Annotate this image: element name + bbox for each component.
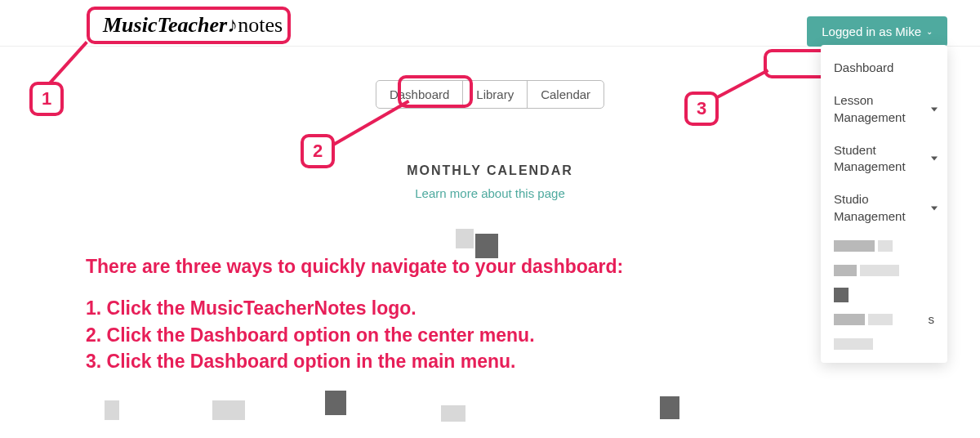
annotation-connector: [47, 41, 88, 86]
dropdown-item-label: Studio Management: [834, 192, 906, 222]
annotation-step-1: 1. Click the MusicTeacherNotes logo.: [86, 297, 623, 320]
dropdown-item-label: Student Management: [834, 143, 906, 173]
caret-down-icon: [931, 107, 938, 111]
tab-calendar[interactable]: Calendar: [528, 81, 604, 108]
dropdown-trailing-text: s: [929, 312, 935, 326]
logo-main-text: MusicTeacher: [103, 13, 227, 37]
tab-library[interactable]: Library: [463, 81, 528, 108]
dropdown-item-lesson-management[interactable]: Lesson Management: [821, 84, 947, 134]
login-menu-button[interactable]: Logged in as Mike ⌄: [807, 16, 947, 47]
caret-down-icon: [931, 157, 938, 161]
annotation-step-3: 3. Click the Dashboard option in the mai…: [86, 350, 623, 373]
dropdown-item-dashboard[interactable]: Dashboard: [821, 51, 947, 84]
annotation-text-block: There are three ways to quickly navigate…: [86, 255, 623, 377]
calendar-bg-block: [456, 229, 474, 248]
login-label: Logged in as Mike: [822, 25, 921, 38]
annotation-step-2: 2. Click the Dashboard option on the cen…: [86, 324, 623, 347]
annotation-number-3: 3: [684, 92, 719, 126]
calendar-bg-block: [325, 391, 346, 415]
dropdown-redacted-item[interactable]: [821, 282, 947, 307]
chevron-down-icon: ⌄: [926, 27, 933, 36]
center-tab-group: Dashboard Library Calendar: [376, 80, 604, 109]
logo-accent-text: ♪notes: [227, 13, 283, 37]
tab-dashboard[interactable]: Dashboard: [376, 81, 463, 108]
dropdown-item-label: Dashboard: [834, 60, 893, 74]
dropdown-redacted-item[interactable]: [821, 257, 947, 282]
annotation-intro: There are three ways to quickly navigate…: [86, 255, 623, 279]
page-title: MONTHLY CALENDAR: [407, 163, 573, 178]
annotation-connector: [332, 100, 410, 146]
annotation-number-1: 1: [29, 82, 64, 116]
dropdown-item-label: Lesson Management: [834, 93, 906, 123]
user-dropdown-menu: Dashboard Lesson Management Student Mana…: [821, 45, 947, 363]
calendar-bg-block: [660, 396, 679, 419]
dropdown-item-studio-management[interactable]: Studio Management: [821, 183, 947, 233]
dropdown-redacted-item[interactable]: s: [821, 307, 947, 332]
annotation-number-2: 2: [301, 134, 335, 168]
calendar-bg-block: [441, 405, 466, 422]
learn-more-link[interactable]: Learn more about this page: [415, 186, 564, 200]
annotation-connector: [715, 69, 768, 99]
caret-down-icon: [931, 206, 938, 210]
dropdown-redacted-item[interactable]: [821, 332, 947, 356]
logo[interactable]: MusicTeacher♪notes: [96, 11, 289, 39]
calendar-bg-block: [212, 400, 245, 420]
calendar-bg-block: [105, 400, 119, 420]
dropdown-item-student-management[interactable]: Student Management: [821, 134, 947, 184]
dropdown-redacted-item[interactable]: [821, 233, 947, 257]
